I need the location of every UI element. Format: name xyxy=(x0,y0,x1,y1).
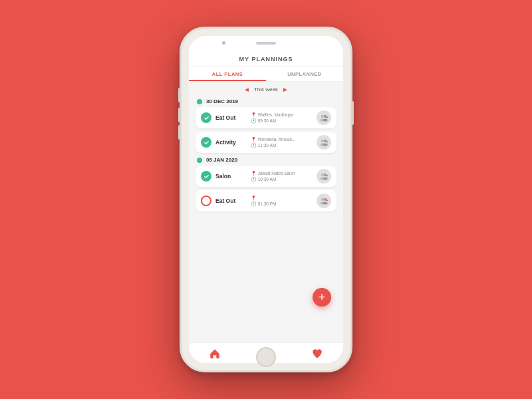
speaker xyxy=(256,42,276,45)
time-row-salon: 🕐 10:30 AM xyxy=(251,177,313,182)
plan-card-eat-out-1[interactable]: Eat Out 📍 Waffles, Madhapur 🕐 09:30 AM xyxy=(196,107,336,128)
svg-point-12 xyxy=(321,174,324,176)
svg-point-3 xyxy=(323,118,328,121)
plan-meta-eat-out-2: 📍 🕐 01:30 PM xyxy=(251,196,313,207)
home-button[interactable] xyxy=(256,347,276,367)
fab-add-button[interactable]: + xyxy=(313,288,331,307)
svg-point-15 xyxy=(323,177,328,180)
check-icon-eat-out-1 xyxy=(201,112,211,123)
date-text-2: 05 JAN 2020 xyxy=(206,157,237,163)
avatar-activity: + xyxy=(317,135,331,150)
date-dot-2 xyxy=(197,158,202,163)
location-row-eat-out-2: 📍 xyxy=(251,196,313,201)
svg-point-6 xyxy=(321,140,324,142)
plan-name-activity: Activity xyxy=(215,139,247,146)
svg-point-18 xyxy=(321,198,324,201)
plan-name-eat-out-1: Eat Out xyxy=(215,114,247,121)
date-section-1: 30 DEC 2019 Eat Out 📍 xyxy=(196,98,336,153)
plans-scroll-area[interactable]: 30 DEC 2019 Eat Out 📍 xyxy=(189,96,343,342)
location-icon-activity: 📍 xyxy=(251,137,257,142)
time-text-activity: 11:30 AM xyxy=(258,143,276,148)
avatar-salon: + xyxy=(317,169,331,184)
plan-meta-activity: 📍 Wonderla, Amuse... 🕐 11:30 AM xyxy=(251,137,313,148)
tab-unplanned[interactable]: UNPLANNED xyxy=(266,67,343,81)
tab-all-plans[interactable]: ALL PLANS xyxy=(189,67,266,81)
avatar-eat-out-1: + xyxy=(317,110,331,125)
week-label: This week xyxy=(254,86,278,92)
date-dot-1 xyxy=(197,99,202,104)
svg-point-0 xyxy=(321,115,324,118)
nav-favorites-button[interactable] xyxy=(311,347,324,360)
camera-dot xyxy=(222,41,225,45)
location-text-eat-out-1: Waffles, Madhapur xyxy=(258,112,294,117)
plan-card-eat-out-2[interactable]: Eat Out 📍 🕐 01:30 PM xyxy=(196,190,336,211)
phone-mockup: MY PLANNINGS ALL PLANS UNPLANNED ◄ This … xyxy=(180,27,352,372)
nav-home-button[interactable] xyxy=(208,347,221,360)
check-icon-empty-eat-out-2 xyxy=(201,196,211,206)
app-header: MY PLANNINGS xyxy=(189,51,343,67)
plan-meta-eat-out-1: 📍 Waffles, Madhapur 🕐 09:30 AM xyxy=(251,112,313,124)
location-text-salon: Jawed Habib Salon xyxy=(258,171,295,176)
location-row-eat-out-1: 📍 Waffles, Madhapur xyxy=(251,112,313,118)
location-text-activity: Wonderla, Amuse... xyxy=(258,137,296,142)
time-text-salon: 10:30 AM xyxy=(258,177,276,182)
app-title: MY PLANNINGS xyxy=(198,56,334,63)
time-row-eat-out-1: 🕐 09:30 AM xyxy=(251,118,313,124)
svg-point-9 xyxy=(323,143,328,146)
time-row-eat-out-2: 🕐 01:30 PM xyxy=(251,201,313,207)
week-nav: ◄ This week ► xyxy=(189,82,343,96)
app-content: MY PLANNINGS ALL PLANS UNPLANNED ◄ This … xyxy=(189,51,343,363)
time-text-eat-out-1: 09:30 AM xyxy=(258,118,276,123)
time-text-eat-out-2: 01:30 PM xyxy=(258,201,277,206)
date-text-1: 30 DEC 2019 xyxy=(206,98,238,104)
plan-name-salon: Salon xyxy=(215,173,247,180)
plan-card-activity[interactable]: Activity 📍 Wonderla, Amuse... 🕐 11:30 AM xyxy=(196,132,336,153)
plan-card-salon[interactable]: Salon 📍 Jawed Habib Salon 🕐 10:30 AM xyxy=(196,166,336,187)
svg-point-21 xyxy=(323,201,328,204)
avatar-eat-out-2: + xyxy=(317,194,331,208)
location-icon: 📍 xyxy=(251,112,257,118)
prev-week-button[interactable]: ◄ xyxy=(243,86,250,93)
time-icon-salon: 🕐 xyxy=(251,177,257,182)
fab-plus-icon: + xyxy=(319,291,326,303)
date-label-2: 05 JAN 2020 xyxy=(196,157,336,163)
phone-screen: MY PLANNINGS ALL PLANS UNPLANNED ◄ This … xyxy=(189,36,343,363)
check-icon-salon xyxy=(201,171,211,182)
location-icon-salon: 📍 xyxy=(251,171,257,176)
plan-meta-salon: 📍 Jawed Habib Salon 🕐 10:30 AM xyxy=(251,171,313,182)
check-icon-activity xyxy=(201,137,211,148)
location-row-activity: 📍 Wonderla, Amuse... xyxy=(251,137,313,142)
next-week-button[interactable]: ► xyxy=(282,86,289,93)
location-icon-eat-out-2: 📍 xyxy=(251,196,257,201)
location-row-salon: 📍 Jawed Habib Salon xyxy=(251,171,313,176)
date-section-2: 05 JAN 2020 Salon 📍 xyxy=(196,157,336,211)
time-icon: 🕐 xyxy=(251,118,257,124)
tab-bar: ALL PLANS UNPLANNED xyxy=(189,67,343,82)
plan-name-eat-out-2: Eat Out xyxy=(215,198,247,204)
time-icon-activity: 🕐 xyxy=(251,143,257,148)
date-label-1: 30 DEC 2019 xyxy=(196,98,336,104)
status-bar xyxy=(189,36,343,51)
time-icon-eat-out-2: 🕐 xyxy=(251,201,257,207)
time-row-activity: 🕐 11:30 AM xyxy=(251,143,313,148)
